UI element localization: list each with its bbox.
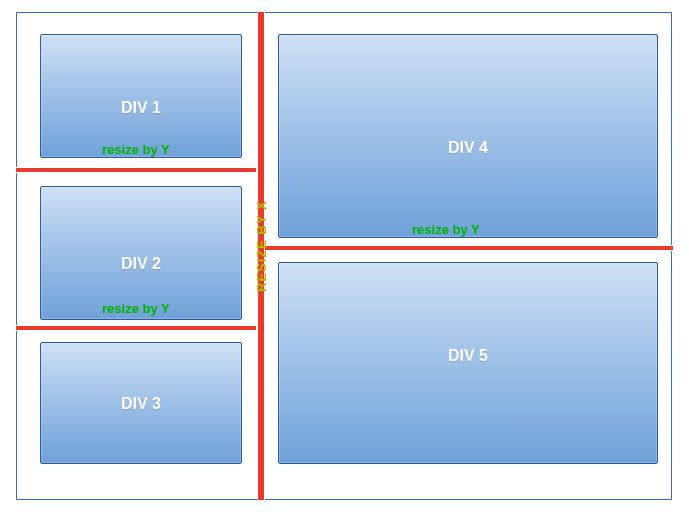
center-divider-resize-hint: RESIZE BY X bbox=[254, 200, 269, 292]
divider-left-upper[interactable] bbox=[16, 168, 256, 172]
panel-div4-label: DIV 4 bbox=[279, 139, 657, 157]
panel-div1-label: DIV 1 bbox=[41, 99, 241, 117]
panel-div4-resize-hint: resize by Y bbox=[412, 222, 480, 237]
diagram-canvas: DIV 1 resize by Y DIV 2 resize by Y DIV … bbox=[0, 0, 689, 519]
divider-right[interactable] bbox=[264, 246, 673, 250]
panel-div5-label: DIV 5 bbox=[279, 347, 657, 365]
panel-div2: DIV 2 bbox=[40, 186, 242, 320]
panel-div3: DIV 3 bbox=[40, 342, 242, 464]
panel-div3-label: DIV 3 bbox=[41, 395, 241, 413]
panel-div4: DIV 4 bbox=[278, 34, 658, 238]
divider-left-lower[interactable] bbox=[16, 326, 256, 330]
panel-div1: DIV 1 bbox=[40, 34, 242, 158]
panel-div1-resize-hint: resize by Y bbox=[102, 142, 170, 157]
panel-div2-label: DIV 2 bbox=[41, 255, 241, 273]
panel-div2-resize-hint: resize by Y bbox=[102, 301, 170, 316]
panel-div5: DIV 5 bbox=[278, 262, 658, 464]
